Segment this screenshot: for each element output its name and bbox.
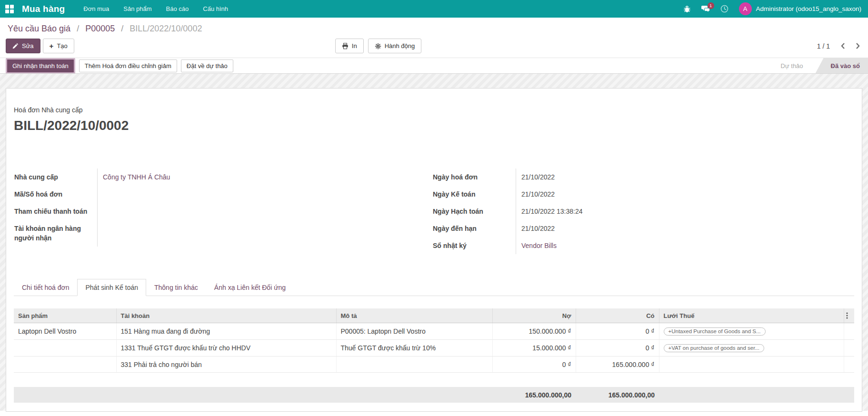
cell-description[interactable]: Thuế GTGT được khấu trừ 10% bbox=[336, 340, 492, 357]
nav-item-bao-cao[interactable]: Báo cáo bbox=[159, 0, 196, 18]
cell-account[interactable]: 1331 Thuế GTGT được khấu trừ cho HHDV bbox=[116, 340, 336, 357]
field-value-recipient-bank[interactable] bbox=[97, 220, 418, 247]
table-row[interactable]: 331 Phải trả cho người bán 0 ₫ 165.000.0… bbox=[14, 357, 854, 373]
print-button[interactable]: In bbox=[335, 39, 364, 53]
cell-description[interactable] bbox=[336, 357, 492, 373]
field-value-accounting-date[interactable]: 21/10/2022 bbox=[516, 186, 854, 203]
field-group-right: Ngày hoá đơn 21/10/2022 Ngày Kế toán 21/… bbox=[418, 168, 854, 254]
debug-bug-icon[interactable] bbox=[683, 5, 691, 13]
tax-grid-tag[interactable]: +VAT on purchase of goods and ser... bbox=[664, 344, 764, 352]
state-posted[interactable]: Đã vào sổ bbox=[816, 58, 868, 73]
cell-credit[interactable]: 0 ₫ bbox=[576, 323, 659, 340]
avatar: A bbox=[739, 2, 752, 15]
nav-item-cau-hinh[interactable]: Cấu hình bbox=[196, 0, 235, 18]
pager-next-icon[interactable] bbox=[856, 42, 860, 50]
pager: 1 / 1 bbox=[817, 42, 860, 50]
column-header-product[interactable]: Sản phẩm bbox=[14, 308, 116, 323]
gear-icon bbox=[375, 43, 381, 50]
reset-to-draft-button[interactable]: Đặt về dự thảo bbox=[181, 59, 233, 72]
tab-invoice-lines[interactable]: Chi tiết hoá đơn bbox=[14, 279, 77, 296]
field-label-journal: Sổ nhật ký bbox=[432, 237, 516, 254]
tab-counterpart-mapping[interactable]: Ánh xạ Liên kết Đối ứng bbox=[206, 279, 294, 296]
column-header-description[interactable]: Mô tả bbox=[336, 308, 492, 323]
tab-other-info[interactable]: Thông tin khác bbox=[146, 279, 206, 296]
field-value-due-date[interactable]: 21/10/2022 bbox=[516, 220, 854, 237]
field-value-payment-reference[interactable] bbox=[97, 203, 418, 220]
total-credit: 165.000.000,00 bbox=[576, 391, 659, 399]
field-value-bill-reference[interactable] bbox=[97, 186, 418, 203]
cell-credit[interactable]: 0 ₫ bbox=[576, 340, 659, 357]
cell-product[interactable] bbox=[14, 357, 116, 373]
cell-account[interactable]: 331 Phải trả cho người bán bbox=[116, 357, 336, 373]
field-label-vendor: Nhà cung cấp bbox=[14, 168, 97, 186]
table-row[interactable]: Laptopn Dell Vostro 151 Hàng mua đang đi… bbox=[14, 323, 854, 340]
notebook-tabs: Chi tiết hoá đơn Phát sinh Kế toán Thông… bbox=[14, 279, 854, 296]
form-background: Hoá đơn Nhà cung cấp BILL/2022/10/0002 N… bbox=[0, 74, 868, 411]
optional-columns-toggle[interactable] bbox=[844, 308, 854, 323]
field-value-bill-date[interactable]: 21/10/2022 bbox=[516, 168, 854, 186]
create-button[interactable]: + Tạo bbox=[43, 39, 74, 53]
field-value-journal[interactable]: Vendor Bills bbox=[521, 242, 557, 249]
cell-debit[interactable]: 150.000.000 ₫ bbox=[492, 323, 576, 340]
top-navbar: Mua hàng Đơn mua Sản phẩm Báo cáo Cấu hì… bbox=[0, 0, 868, 18]
cell-account[interactable]: 151 Hàng mua đang đi đường bbox=[116, 323, 336, 340]
statusbar-buttons: Ghi nhận thanh toán Thêm Hoá đơn điều ch… bbox=[6, 58, 233, 73]
field-label-due-date: Ngày đến hạn bbox=[432, 220, 516, 237]
column-header-tax-grid[interactable]: Lưới Thuế bbox=[659, 308, 844, 323]
cell-description[interactable]: P00005: Laptopn Dell Vostro bbox=[336, 323, 492, 340]
cell-debit[interactable]: 0 ₫ bbox=[492, 357, 576, 373]
field-label-accounting-date: Ngày Kế toán bbox=[432, 186, 516, 203]
pencil-icon bbox=[12, 43, 19, 49]
cell-debit[interactable]: 15.000.000 ₫ bbox=[492, 340, 576, 357]
totals-row: 165.000.000,00 165.000.000,00 bbox=[14, 387, 854, 403]
register-payment-button[interactable]: Ghi nhận thanh toán bbox=[6, 58, 75, 74]
cell-product[interactable]: Laptopn Dell Vostro bbox=[14, 323, 116, 340]
column-header-credit[interactable]: Có bbox=[576, 308, 659, 323]
apps-menu-button[interactable] bbox=[0, 0, 19, 18]
total-debit: 165.000.000,00 bbox=[492, 391, 576, 399]
add-credit-note-button[interactable]: Thêm Hoá đơn điều chỉnh giảm bbox=[79, 59, 177, 72]
state-draft[interactable]: Dự thảo bbox=[776, 58, 816, 73]
statusbar: Ghi nhận thanh toán Thêm Hoá đơn điều ch… bbox=[0, 58, 868, 74]
field-value-vendor[interactable]: Công ty TNHH Á Châu bbox=[103, 173, 170, 181]
field-groups: Nhà cung cấp Công ty TNHH Á Châu Mã/Số h… bbox=[14, 168, 854, 254]
record-buttons: Sửa + Tạo bbox=[6, 39, 74, 53]
printer-icon bbox=[342, 43, 349, 50]
field-label-bill-date: Ngày hoá đơn bbox=[432, 168, 516, 186]
breadcrumb-link-po[interactable]: P00005 bbox=[85, 24, 115, 33]
action-button[interactable]: Hành động bbox=[368, 39, 422, 53]
tax-grid-tag[interactable]: +Untaxed Purchase of Goods and S... bbox=[664, 327, 766, 336]
messages-count-badge: 1 bbox=[708, 2, 714, 9]
user-menu[interactable]: A Administrator (odoo15_anglo_saxon) bbox=[739, 2, 861, 15]
field-value-posting-date[interactable]: 21/10/2022 13:38:24 bbox=[516, 203, 854, 220]
pager-previous-icon[interactable] bbox=[840, 42, 845, 50]
nav-item-san-pham[interactable]: Sản phẩm bbox=[116, 0, 159, 18]
cell-tax-grid: +Untaxed Purchase of Goods and S... bbox=[659, 323, 844, 340]
plus-icon: + bbox=[50, 42, 54, 50]
cell-product[interactable] bbox=[14, 340, 116, 357]
table-row[interactable]: 1331 Thuế GTGT được khấu trừ cho HHDV Th… bbox=[14, 340, 854, 357]
column-header-account[interactable]: Tài khoản bbox=[116, 308, 336, 323]
tab-journal-items[interactable]: Phát sinh Kế toán bbox=[77, 279, 146, 296]
control-panel: Sửa + Tạo In Hành động 1 / 1 bbox=[0, 34, 868, 58]
apps-grid-icon bbox=[5, 5, 14, 13]
breadcrumb-link-rfq[interactable]: Yêu cầu Báo giá bbox=[8, 24, 70, 33]
activities-clock-icon[interactable] bbox=[720, 5, 728, 13]
field-label-bill-reference: Mã/Số hoá đơn bbox=[14, 186, 97, 203]
cell-credit[interactable]: 165.000.000 ₫ bbox=[576, 357, 659, 373]
breadcrumb-current: BILL/2022/10/0002 bbox=[130, 24, 202, 33]
status-pipeline: Dự thảo Đã vào sổ bbox=[776, 58, 868, 73]
app-brand[interactable]: Mua hàng bbox=[22, 4, 65, 14]
breadcrumb: Yêu cầu Báo giá / P00005 / BILL/2022/10/… bbox=[0, 18, 868, 34]
field-group-left: Nhà cung cấp Công ty TNHH Á Châu Mã/Số h… bbox=[14, 168, 418, 254]
nav-item-don-mua[interactable]: Đơn mua bbox=[76, 0, 116, 18]
cell-tax-grid: +VAT on purchase of goods and ser... bbox=[659, 340, 844, 357]
field-label-payment-reference: Tham chiếu thanh toán bbox=[14, 203, 97, 220]
edit-button-label: Sửa bbox=[22, 42, 34, 50]
messages-icon[interactable]: 1 bbox=[701, 5, 710, 13]
edit-button[interactable]: Sửa bbox=[6, 39, 40, 53]
user-name: Administrator (odoo15_anglo_saxon) bbox=[756, 5, 861, 12]
field-label-recipient-bank: Tài khoản ngân hàng người nhận bbox=[14, 220, 97, 247]
column-header-debit[interactable]: Nợ bbox=[492, 308, 576, 323]
breadcrumb-separator: / bbox=[121, 24, 123, 33]
